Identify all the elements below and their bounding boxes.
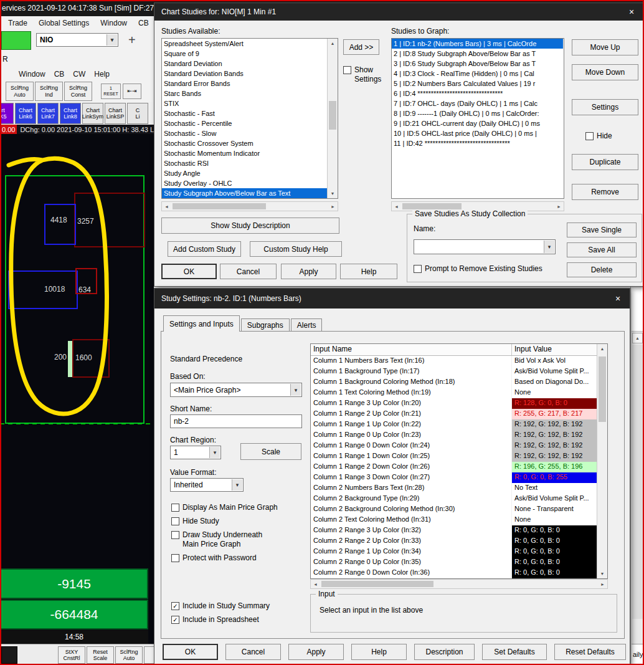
show-settings-checkbox[interactable]: Show Settings — [343, 65, 387, 84]
description-button[interactable]: Description — [414, 644, 475, 660]
studies-to-graph-item[interactable]: 2 | ID:8 Study Subgraph Above/Below Bar … — [392, 49, 563, 59]
studies-to-graph-item[interactable]: 6 | ID:4 *******************************… — [392, 89, 563, 98]
input-row[interactable]: Column 1 Numbers Bars Text (In:16)Bid Vo… — [311, 356, 597, 366]
scroll-right-icon[interactable]: ► — [598, 580, 607, 588]
input-row[interactable]: Column 2 Range 0 Down Color (In:36)R: 0,… — [311, 568, 597, 578]
menu-item[interactable]: Window — [100, 19, 127, 27]
chevron-down-icon[interactable]: ▾ — [290, 384, 301, 396]
inputs-table-vscrollbar[interactable]: ▲ ▼ — [597, 344, 607, 578]
inputs-table[interactable]: Input Name Input Value Column 1 Numbers … — [310, 343, 608, 579]
studies-to-graph-item[interactable]: 10 | ID:5 OHCL-last price (Daily OHLC) |… — [392, 128, 563, 138]
menu-item[interactable]: Help — [94, 70, 110, 79]
input-row[interactable]: Column 2 Range 3 Up Color (In:32)R: 0, G… — [311, 525, 597, 536]
studies-available-item[interactable]: Study Subgraph Above/Below Bar as Text — [162, 188, 327, 198]
scroll-right-icon[interactable]: ► — [554, 202, 564, 211]
scroll-up-icon[interactable]: ▲ — [632, 333, 643, 343]
studies-available-item[interactable]: Standard Deviation Bands — [162, 69, 327, 79]
input-row[interactable]: Column 2 Background Coloring Method (In:… — [311, 504, 597, 515]
chart-link-button[interactable]: Chart Link6 — [15, 103, 36, 124]
input-row[interactable]: Column 1 Range 0 Down Color (In:24)R: 19… — [311, 441, 597, 451]
show-study-description-button[interactable]: Show Study Description — [161, 218, 339, 234]
remove-button[interactable]: Remove — [572, 184, 638, 200]
studies-to-graph-item[interactable]: 3 | ID:6 Study Subgraph Above/Below Bar … — [392, 59, 563, 69]
scroll-left-icon[interactable]: ◄ — [162, 202, 171, 211]
scale-adjust-icon[interactable]: ⇤⇥ — [123, 84, 141, 99]
input-row[interactable]: Column 2 Text Coloring Method (In:31)Non… — [311, 515, 597, 525]
chart-link-button[interactable]: Chart Link7 — [37, 103, 59, 124]
scroll-right-icon[interactable]: ► — [328, 202, 338, 211]
tab[interactable]: Subgraphs — [241, 318, 290, 332]
scrollbar-track[interactable] — [632, 345, 643, 619]
short-name-input[interactable]: nb-2 — [170, 414, 302, 428]
input-row[interactable]: Column 1 Range 0 Up Color (In:23)R: 192,… — [311, 430, 597, 441]
tab[interactable]: Alerts — [291, 318, 323, 332]
input-row[interactable]: Column 1 Range 1 Up Color (In:22)R: 192,… — [311, 419, 597, 430]
apply-button[interactable]: Apply — [281, 264, 336, 279]
scroll-down-icon[interactable]: ▼ — [328, 189, 338, 198]
input-name-header[interactable]: Input Name — [311, 344, 512, 355]
move-up-button[interactable]: Move Up — [572, 39, 638, 55]
studies-to-graph-item[interactable]: 9 | ID:21 OHCL-current day (Daily OHLC) … — [392, 118, 563, 128]
chart-link-button[interactable]: Chart Link8 — [60, 103, 81, 124]
scroll-thumb[interactable] — [402, 203, 462, 209]
chevron-down-icon[interactable]: ▾ — [209, 447, 220, 458]
input-value-header[interactable]: Input Value — [512, 344, 554, 355]
scroll-thumb[interactable] — [599, 356, 606, 422]
chart-link-button[interactable]: C Li — [127, 103, 148, 124]
right-strip-button-fragment[interactable]: aily — [632, 644, 644, 665]
menu-item[interactable]: Trade — [8, 19, 27, 27]
tab[interactable]: Settings and Inputs — [163, 315, 240, 332]
bottom-toolbar-button[interactable]: StXY CnstRl — [58, 646, 85, 664]
bottom-toolbar-button[interactable]: SclRng Auto — [115, 646, 143, 664]
dark-tool-button[interactable] — [1, 646, 17, 664]
studies-available-item[interactable]: Standard Error Bands — [162, 79, 327, 89]
studies-available-item[interactable]: Stochastic - Percentile — [162, 118, 327, 128]
apply-button[interactable]: Apply — [288, 644, 344, 660]
scroll-thumb[interactable] — [173, 203, 266, 209]
studies-available-item[interactable]: Stochastic Crossover System — [162, 138, 327, 148]
value-format-combobox[interactable]: Inherited ▾ — [170, 478, 244, 492]
studies-to-graph-item[interactable]: 1 | ID:1 nb-2 (Numbers Bars) | 3 ms | Ca… — [392, 39, 563, 49]
ok-button[interactable]: OK — [161, 264, 217, 279]
input-row[interactable]: Column 2 Range 2 Up Color (In:33)R: 0, G… — [311, 536, 597, 547]
checkbox[interactable]: Protect with Password — [171, 553, 299, 563]
scroll-down-icon[interactable]: ▼ — [597, 569, 607, 578]
checkbox[interactable]: ✓Include in Spreadsheet — [171, 615, 299, 624]
scroll-thumb[interactable] — [329, 101, 336, 130]
collection-name-combobox[interactable]: ▾ — [414, 239, 556, 254]
cancel-button[interactable]: Cancel — [225, 644, 281, 660]
studies-to-graph-item[interactable]: 7 | ID:7 OHCL- days (Daily OHLC) | 1 ms … — [392, 98, 563, 108]
studies-available-hscrollbar[interactable]: ◄ ► — [161, 201, 338, 211]
save-all-button[interactable]: Save All — [567, 242, 637, 257]
study-settings-titlebar[interactable]: Study Settings: nb-2. ID:1 (Numbers Bars… — [154, 289, 630, 309]
studies-to-graph-item[interactable]: 11 | ID:42 *****************************… — [392, 138, 563, 148]
studies-to-graph-item[interactable]: 8 | ID:9 -------1 (Daily OHLC) | 0 ms | … — [392, 108, 563, 118]
add-custom-study-button[interactable]: Add Custom Study — [168, 241, 241, 257]
input-row[interactable]: Column 2 Range 0 Up Color (In:35)R: 0, G… — [311, 557, 597, 568]
chart-link-button[interactable]: rt K5 — [0, 103, 14, 124]
studies-available-item[interactable]: Stochastic - Fast — [162, 108, 327, 118]
close-icon[interactable]: × — [626, 7, 637, 17]
prompt-remove-checkbox[interactable]: Prompt to Remove Existing Studies — [414, 264, 542, 274]
chevron-down-icon[interactable]: ▾ — [107, 34, 117, 45]
delete-button[interactable]: Delete — [567, 262, 637, 277]
menu-item[interactable]: CW — [73, 70, 85, 79]
studies-available-item[interactable]: Standard Deviation — [162, 59, 327, 69]
menu-item[interactable]: CB — [54, 70, 65, 79]
scale-range-button[interactable]: SclRng Const — [64, 82, 92, 101]
cancel-button[interactable]: Cancel — [220, 264, 277, 279]
input-row[interactable]: Column 1 Range 1 Down Color (In:25)R: 19… — [311, 451, 597, 462]
duplicate-button[interactable]: Duplicate — [572, 154, 638, 170]
checkbox[interactable]: Display As Main Price Graph — [171, 503, 299, 512]
chart-area[interactable]: 4418 3257 10018 634 200 1600 — [0, 134, 154, 644]
checkbox[interactable]: Hide Study — [171, 517, 299, 526]
input-row[interactable]: Column 1 Text Coloring Method (In:19)Non… — [311, 388, 597, 398]
close-icon[interactable]: × — [612, 294, 623, 304]
scroll-up-icon[interactable]: ▲ — [328, 39, 338, 48]
studies-available-item[interactable]: Stochastic Momentum Indicator — [162, 148, 327, 158]
scroll-thumb[interactable] — [321, 581, 433, 587]
scroll-left-icon[interactable]: ◄ — [392, 202, 401, 211]
move-down-button[interactable]: Move Down — [572, 64, 638, 80]
chart-link-button[interactable]: Chart LinkSym — [82, 103, 103, 124]
bottom-toolbar-button[interactable]: Reset Scale — [87, 646, 114, 664]
